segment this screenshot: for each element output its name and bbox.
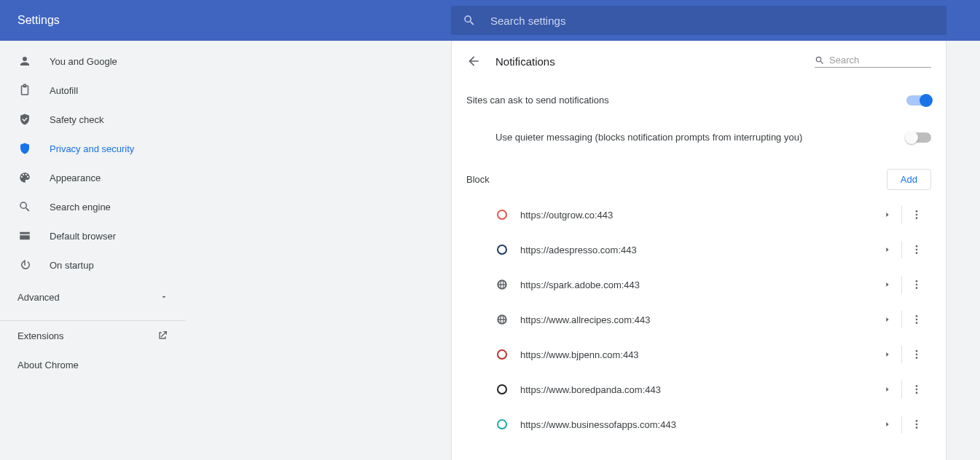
svg-point-11 [916, 322, 918, 324]
sidebar-item-label: On startup [50, 260, 94, 271]
panel-title: Notifications [495, 55, 815, 68]
setting-label: Use quieter messaging (blocks notificati… [495, 132, 802, 143]
sidebar-item-safety-check[interactable]: Safety check [0, 105, 186, 134]
global-search-input[interactable] [490, 15, 935, 27]
sidebar-item-on-startup[interactable]: On startup [0, 250, 186, 279]
block-heading: Block [466, 174, 490, 185]
sidebar-item-autofill[interactable]: Autofill [0, 76, 186, 105]
expand-button[interactable] [873, 311, 902, 328]
search-icon [815, 55, 825, 66]
sidebar-item-privacy-security[interactable]: Privacy and security [0, 134, 186, 163]
svg-point-17 [916, 392, 918, 394]
more-menu-button[interactable] [902, 314, 931, 325]
sidebar-item-label: Appearance [50, 172, 101, 183]
block-section-header: Block Add [452, 156, 946, 197]
settings-panel: Notifications Sites can ask to send noti… [451, 41, 946, 460]
sidebar-item-label: Search engine [50, 202, 111, 213]
expand-button[interactable] [873, 346, 902, 363]
back-button[interactable] [466, 54, 484, 68]
site-url: https://outgrow.co:443 [520, 210, 873, 221]
sidebar-advanced[interactable]: Advanced [0, 279, 186, 314]
global-search[interactable] [451, 6, 946, 35]
site-favicon [495, 313, 509, 326]
search-icon [17, 200, 32, 213]
more-menu-button[interactable] [902, 384, 931, 395]
more-menu-button[interactable] [902, 244, 931, 255]
more-menu-button[interactable] [902, 279, 931, 290]
blocked-site-row: https://spark.adobe.com:443 [452, 267, 946, 302]
svg-point-6 [916, 280, 918, 282]
panel-header: Notifications [452, 41, 946, 82]
site-favicon [495, 418, 509, 431]
svg-point-15 [916, 385, 918, 387]
panel-search-input[interactable] [829, 55, 931, 66]
site-url: https://www.allrecipes.com:443 [520, 314, 873, 325]
site-url: https://www.bjpenn.com:443 [520, 349, 873, 360]
sidebar-item-label: You and Google [50, 56, 117, 67]
svg-point-10 [916, 319, 918, 321]
svg-point-7 [916, 284, 918, 286]
sidebar-item-appearance[interactable]: Appearance [0, 163, 186, 192]
sidebar-about[interactable]: About Chrome [0, 350, 186, 379]
site-favicon [495, 243, 509, 256]
sidebar-item-you-and-google[interactable]: You and Google [0, 47, 186, 76]
svg-point-19 [916, 424, 918, 426]
sidebar-item-label: Autofill [50, 85, 78, 96]
svg-point-16 [916, 389, 918, 391]
palette-icon [17, 171, 32, 184]
sidebar-item-default-browser[interactable]: Default browser [0, 221, 186, 250]
site-url: https://www.businessofapps.com:443 [520, 419, 873, 430]
more-menu-button[interactable] [902, 419, 931, 430]
svg-point-13 [916, 354, 918, 356]
sidebar-item-search-engine[interactable]: Search engine [0, 192, 186, 221]
site-url: https://www.boredpanda.com:443 [520, 384, 873, 395]
advanced-label: Advanced [17, 292, 60, 303]
more-menu-button[interactable] [902, 349, 931, 360]
svg-point-1 [916, 214, 918, 216]
blocked-site-row: https://adespresso.com:443 [452, 232, 946, 267]
svg-point-9 [916, 315, 918, 317]
panel-search[interactable] [815, 55, 931, 68]
search-icon [463, 14, 476, 27]
sidebar-item-label: Default browser [50, 231, 116, 242]
about-label: About Chrome [17, 360, 79, 370]
expand-button[interactable] [873, 381, 902, 398]
expand-button[interactable] [873, 416, 902, 433]
toggle-ask-notifications[interactable] [906, 95, 931, 106]
site-favicon [495, 383, 509, 396]
svg-point-20 [916, 427, 918, 429]
svg-point-8 [916, 287, 918, 289]
svg-point-18 [916, 420, 918, 422]
blocked-site-row: https://www.bjpenn.com:443 [452, 337, 946, 372]
expand-button[interactable] [873, 206, 902, 223]
sidebar-extensions[interactable]: Extensions [0, 321, 186, 350]
expand-button[interactable] [873, 241, 902, 258]
sidebar: You and Google Autofill Safety check Pri… [0, 41, 186, 460]
chevron-down-icon [160, 293, 168, 301]
shield-check-icon [17, 113, 32, 126]
add-button[interactable]: Add [887, 169, 931, 190]
site-favicon [495, 348, 509, 361]
person-icon [17, 55, 32, 68]
sidebar-item-label: Safety check [50, 114, 103, 125]
blocked-site-row: https://www.boredpanda.com:443 [452, 372, 946, 407]
extensions-label: Extensions [17, 330, 64, 341]
blocked-site-row: https://outgrow.co:443 [452, 197, 946, 232]
site-url: https://adespresso.com:443 [520, 245, 873, 255]
header-title: Settings [0, 14, 451, 27]
blocked-site-row: https://www.allrecipes.com:443 [452, 302, 946, 337]
site-favicon [495, 208, 509, 221]
svg-point-14 [916, 357, 918, 359]
app-header: Settings [0, 0, 980, 41]
sidebar-item-label: Privacy and security [50, 143, 134, 154]
toggle-quieter-messaging[interactable] [906, 132, 931, 143]
browser-icon [17, 229, 32, 242]
power-icon [17, 258, 32, 271]
expand-button[interactable] [873, 276, 902, 293]
svg-point-12 [916, 350, 918, 352]
site-favicon [495, 278, 509, 291]
svg-point-0 [916, 210, 918, 213]
more-menu-button[interactable] [902, 209, 931, 221]
blocked-site-row: https://www.businessofapps.com:443 [452, 407, 946, 442]
setting-ask-notifications: Sites can ask to send notifications [452, 82, 946, 119]
